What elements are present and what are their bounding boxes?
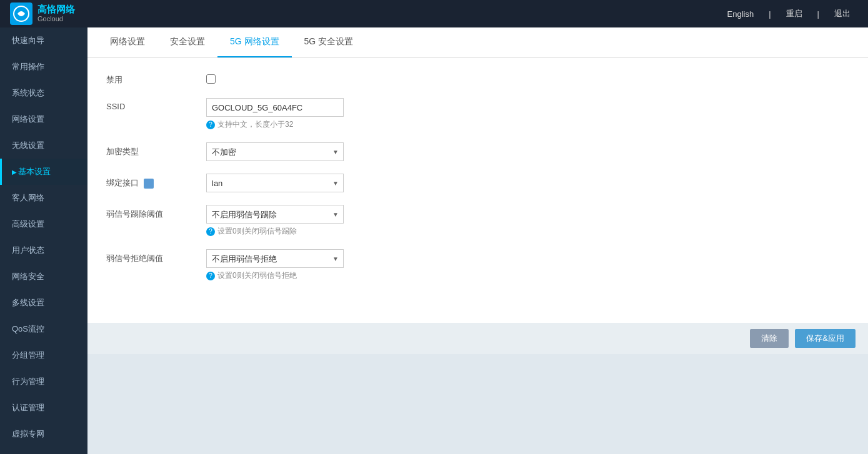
- tab-5g-network-settings[interactable]: 5G 网络设置: [217, 27, 292, 57]
- sidebar-item-label: 系统状态: [12, 87, 44, 99]
- bind-interface-control: lan wan ▼: [206, 174, 849, 192]
- ssid-row: SSID ? 支持中文，长度小于32: [106, 98, 849, 130]
- sidebar-active-arrow: ▶: [12, 169, 17, 175]
- weak-reject-hint-text: 设置0则关闭弱信号拒绝: [217, 270, 297, 281]
- sidebar-item-advanced[interactable]: 高级设置: [0, 447, 87, 454]
- logout-button[interactable]: 退出: [827, 8, 858, 19]
- bottom-section: [87, 354, 868, 454]
- tab-5g-security-settings[interactable]: 5G 安全设置: [292, 27, 366, 57]
- ssid-control: ? 支持中文，长度小于32: [206, 98, 849, 130]
- sidebar-item-network-settings[interactable]: 网络设置: [0, 106, 87, 132]
- disable-checkbox[interactable]: [206, 74, 216, 84]
- encrypt-label: 加密类型: [106, 142, 206, 157]
- bind-interface-select-wrapper: lan wan ▼: [206, 174, 344, 192]
- sidebar-item-auth-mgmt[interactable]: 认证管理: [0, 395, 87, 421]
- weak-kick-hint: ? 设置0则关闭弱信号踢除: [206, 226, 849, 237]
- sidebar-item-label: 无线设置: [12, 140, 44, 151]
- sidebar-item-label: 常用操作: [12, 61, 44, 72]
- sidebar-item-basic-settings[interactable]: ▶基本设置: [0, 159, 87, 185]
- form-area: 禁用 SSID ? 支持中文，长度小于32 加密类型: [87, 58, 868, 323]
- tab-network-settings[interactable]: 网络设置: [97, 27, 157, 57]
- sidebar-item-qos[interactable]: QoS流控: [0, 316, 87, 342]
- sidebar-item-multi-line[interactable]: 多线设置: [0, 290, 87, 316]
- tab-security-settings[interactable]: 安全设置: [157, 27, 217, 57]
- encrypt-select[interactable]: 不加密 WPA WPA2: [206, 142, 344, 161]
- clear-button[interactable]: 清除: [750, 329, 789, 348]
- sidebar-item-label: 虚拟专网: [12, 428, 44, 440]
- ssid-hint: ? 支持中文，长度小于32: [206, 119, 849, 130]
- sidebar-item-label: 网络安全: [12, 271, 44, 282]
- weak-reject-select-wrapper: 不启用弱信号拒绝 -65 dBm -70 dBm ▼: [206, 249, 344, 268]
- weak-kick-control: 不启用弱信号踢除 -65 dBm -70 dBm ▼ ? 设置0则关闭弱信号踢除: [206, 205, 849, 237]
- bind-interface-label: 绑定接口: [106, 174, 206, 189]
- reset-button[interactable]: 重启: [779, 8, 810, 19]
- sidebar-item-label: 认证管理: [12, 402, 44, 413]
- logo-text: 高恪网络 Gocloud: [37, 4, 75, 23]
- weak-kick-hint-text: 设置0则关闭弱信号踢除: [217, 226, 297, 237]
- weak-reject-select[interactable]: 不启用弱信号拒绝 -65 dBm -70 dBm: [206, 249, 344, 268]
- sidebar-item-label: 高级设置: [12, 219, 44, 230]
- bind-interface-icon: [144, 179, 154, 189]
- content-area: 网络设置安全设置5G 网络设置5G 安全设置 禁用 SSID ? 支持中文，长度…: [87, 27, 868, 454]
- header-right: English | 重启 | 退出: [720, 8, 858, 19]
- logo: 高恪网络 Gocloud: [10, 2, 75, 25]
- sidebar-item-guest-network[interactable]: 客人网络: [0, 185, 87, 211]
- bind-interface-select[interactable]: lan wan: [206, 174, 344, 192]
- sidebar-item-group-mgmt[interactable]: 分组管理: [0, 342, 87, 368]
- sidebar-item-network-security[interactable]: 网络安全: [0, 264, 87, 290]
- ssid-input[interactable]: [206, 98, 344, 117]
- weak-kick-select-wrapper: 不启用弱信号踢除 -65 dBm -70 dBm ▼: [206, 205, 344, 224]
- sidebar-item-label: 快速向导: [12, 35, 44, 46]
- sidebar-item-label: 客人网络: [12, 192, 44, 204]
- disable-row: 禁用: [106, 71, 849, 86]
- sidebar-item-label: 分组管理: [12, 350, 44, 361]
- logo-icon: [10, 2, 32, 25]
- sidebar-item-label: 多线设置: [12, 297, 44, 308]
- bind-interface-label-text: 绑定接口: [106, 178, 139, 187]
- encrypt-row: 加密类型 不加密 WPA WPA2 ▼: [106, 142, 849, 161]
- sidebar-item-label: 基本设置: [18, 166, 51, 177]
- save-button[interactable]: 保存&应用: [795, 329, 856, 348]
- weak-reject-row: 弱信号拒绝阈值 不启用弱信号拒绝 -65 dBm -70 dBm ▼ ? 设置0…: [106, 249, 849, 281]
- logo-main: 高恪网络: [37, 4, 75, 15]
- sidebar-item-vpn[interactable]: 虚拟专网: [0, 421, 87, 447]
- weak-reject-hint: ? 设置0则关闭弱信号拒绝: [206, 270, 849, 281]
- sidebar-item-user-status[interactable]: 用户状态: [0, 237, 87, 264]
- sidebar-item-label: QoS流控: [12, 323, 44, 335]
- divider1: |: [761, 9, 778, 19]
- encrypt-select-wrapper: 不加密 WPA WPA2 ▼: [206, 142, 344, 161]
- sidebar-item-system-status[interactable]: 系统状态: [0, 80, 87, 106]
- ssid-hint-icon: ?: [206, 121, 215, 129]
- bind-interface-row: 绑定接口 lan wan ▼: [106, 174, 849, 192]
- sidebar-item-wireless-settings[interactable]: 无线设置: [0, 132, 87, 159]
- language-button[interactable]: English: [720, 9, 762, 19]
- weak-kick-hint-icon: ?: [206, 227, 215, 236]
- weak-kick-label: 弱信号踢除阈值: [106, 205, 206, 220]
- sidebar-item-label: 用户状态: [12, 245, 44, 256]
- sidebar-item-label: 行为管理: [12, 376, 44, 387]
- sidebar-item-advanced-settings[interactable]: 高级设置: [0, 211, 87, 237]
- tabs-bar: 网络设置安全设置5G 网络设置5G 安全设置: [87, 27, 868, 58]
- ssid-label: SSID: [106, 98, 206, 111]
- weak-reject-control: 不启用弱信号拒绝 -65 dBm -70 dBm ▼ ? 设置0则关闭弱信号拒绝: [206, 249, 849, 281]
- sidebar-item-behavior-mgmt[interactable]: 行为管理: [0, 368, 87, 395]
- logo-sub: Gocloud: [37, 15, 75, 23]
- sidebar-item-label: 网络设置: [12, 114, 44, 125]
- divider2: |: [810, 9, 827, 19]
- disable-label: 禁用: [106, 71, 206, 86]
- disable-control: [206, 71, 849, 86]
- weak-kick-select[interactable]: 不启用弱信号踢除 -65 dBm -70 dBm: [206, 205, 344, 224]
- action-bar: 清除 保存&应用: [87, 323, 868, 354]
- weak-reject-hint-icon: ?: [206, 272, 215, 280]
- main-layout: 快速向导常用操作系统状态网络设置无线设置▶基本设置客人网络高级设置用户状态网络安…: [0, 27, 868, 454]
- weak-reject-label: 弱信号拒绝阈值: [106, 249, 206, 264]
- encrypt-control: 不加密 WPA WPA2 ▼: [206, 142, 849, 161]
- sidebar-item-common-ops[interactable]: 常用操作: [0, 54, 87, 80]
- sidebar-item-quick-guide[interactable]: 快速向导: [0, 27, 87, 54]
- ssid-hint-text: 支持中文，长度小于32: [217, 119, 293, 130]
- sidebar: 快速向导常用操作系统状态网络设置无线设置▶基本设置客人网络高级设置用户状态网络安…: [0, 27, 87, 454]
- header: 高恪网络 Gocloud English | 重启 | 退出: [0, 0, 868, 27]
- weak-kick-row: 弱信号踢除阈值 不启用弱信号踢除 -65 dBm -70 dBm ▼ ? 设置0…: [106, 205, 849, 237]
